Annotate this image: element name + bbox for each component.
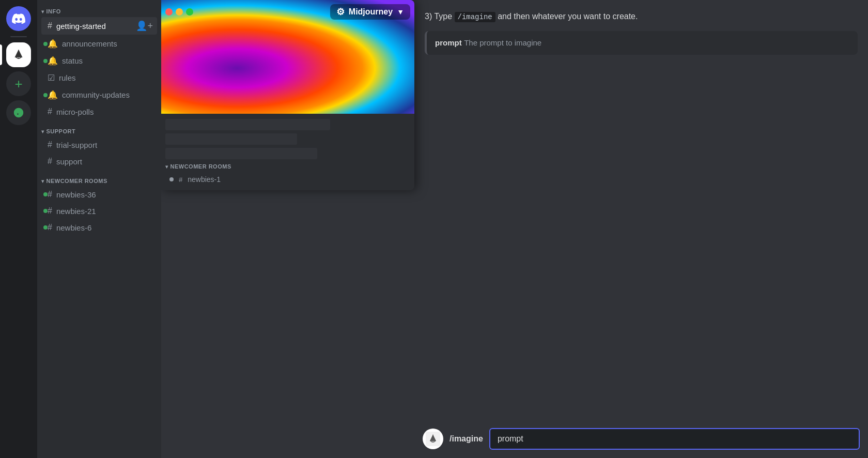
online-indicator xyxy=(43,42,48,46)
hash-icon: # xyxy=(48,140,52,149)
blurred-channel-bar xyxy=(165,133,297,145)
blurred-channel-bar xyxy=(165,148,317,159)
chat-area: 3) Type /imagine and then whatever you w… xyxy=(414,0,868,458)
slash-command-label: /imagine xyxy=(450,434,483,444)
chevron-icon: ▾ xyxy=(41,9,44,14)
megaphone-icon: 🔔 xyxy=(48,56,58,66)
popup-overlay: ⚙ Midjourney ▼ xyxy=(165,4,410,20)
category-newcomer-rooms[interactable]: ▾ NEWCOMER ROOMS xyxy=(37,170,161,186)
online-dot xyxy=(169,177,174,181)
window-minimize-button[interactable] xyxy=(176,8,183,16)
channel-rules[interactable]: ☑ rules xyxy=(41,70,157,86)
online-indicator xyxy=(43,59,48,63)
add-member-icon[interactable]: 👤+ xyxy=(136,20,153,32)
chevron-icon: ▾ xyxy=(41,129,44,134)
user-avatar xyxy=(423,429,443,449)
command-code: /imagine xyxy=(455,12,495,22)
online-indicator xyxy=(43,93,48,97)
online-indicator xyxy=(43,192,48,196)
window-controls xyxy=(165,8,193,16)
channel-getting-started[interactable]: # getting-started 👤+ xyxy=(41,17,157,35)
server-divider xyxy=(10,36,27,37)
channel-community-updates[interactable]: 🔔 community-updates xyxy=(41,87,157,103)
channel-trial-support[interactable]: # trial-support xyxy=(41,137,157,152)
popup-channel-newbies-1[interactable]: # newbies-1 xyxy=(161,173,414,186)
checkbox-icon: ☑ xyxy=(48,73,55,83)
online-indicator xyxy=(43,209,48,213)
category-support[interactable]: ▾ SUPPORT xyxy=(37,120,161,136)
popup-header: ⚙ Midjourney ▼ xyxy=(161,0,414,114)
command-input-wrapper xyxy=(489,428,860,450)
popup-chevron-icon: ▾ xyxy=(165,164,168,170)
channel-support[interactable]: # support xyxy=(41,154,157,169)
prompt-preview-box: prompt The prompt to imagine xyxy=(425,31,858,55)
settings-icon: ⚙ xyxy=(336,6,345,18)
dropdown-chevron-icon[interactable]: ▼ xyxy=(397,8,404,16)
command-prompt-input[interactable] xyxy=(489,428,860,450)
server-name-label: Midjourney xyxy=(349,7,393,17)
hash-icon: # xyxy=(48,107,52,116)
add-server-button[interactable]: + xyxy=(6,71,31,96)
category-info[interactable]: ▾ INFO xyxy=(37,0,161,17)
channel-announcements[interactable]: 🔔 announcements xyxy=(41,36,157,52)
message-text: 3) Type /imagine and then whatever you w… xyxy=(425,10,858,23)
popup-channel-list: ▾ NEWCOMER ROOMS # newbies-1 xyxy=(161,114,414,190)
popup-category-label: NEWCOMER ROOMS xyxy=(171,163,231,170)
hash-icon: # xyxy=(48,223,52,232)
server-popup: ⚙ Midjourney ▼ ▾ NEWCOMER ROOMS # newbie… xyxy=(161,0,414,190)
online-indicator xyxy=(43,225,48,230)
server-bar: + xyxy=(0,0,37,458)
hash-icon: # xyxy=(48,157,52,166)
server-icon-discord[interactable] xyxy=(6,6,31,31)
channel-micro-polls[interactable]: # micro-polls xyxy=(41,104,157,119)
hash-icon: # xyxy=(48,206,52,216)
hash-icon: # xyxy=(48,190,52,199)
popup-server-name: ⚙ Midjourney ▼ xyxy=(330,4,410,20)
channel-sidebar: ▾ INFO # getting-started 👤+ 🔔 announceme… xyxy=(37,0,161,458)
megaphone-icon: 🔔 xyxy=(48,90,58,100)
channel-newbies-36[interactable]: # newbies-36 xyxy=(41,187,157,202)
hash-icon: # xyxy=(48,21,52,30)
blurred-channel-bar xyxy=(165,119,330,130)
window-maximize-button[interactable] xyxy=(186,8,193,16)
megaphone-icon: 🔔 xyxy=(48,39,58,49)
channel-newbies-21[interactable]: # newbies-21 xyxy=(41,203,157,219)
main-content: ⚙ Midjourney ▼ ▾ NEWCOMER ROOMS # newbie… xyxy=(161,0,868,458)
popup-channel-name: newbies-1 xyxy=(188,175,221,184)
hash-icon: # xyxy=(179,176,182,184)
explore-button[interactable] xyxy=(6,100,31,125)
channel-newbies-6[interactable]: # newbies-6 xyxy=(41,220,157,235)
command-input-area: /imagine xyxy=(414,422,868,458)
window-close-button[interactable] xyxy=(165,8,173,16)
chevron-icon: ▾ xyxy=(41,178,44,184)
server-icon-midjourney[interactable] xyxy=(6,42,31,67)
popup-category-newcomer-rooms[interactable]: ▾ NEWCOMER ROOMS xyxy=(161,160,414,173)
channel-status[interactable]: 🔔 status xyxy=(41,53,157,69)
